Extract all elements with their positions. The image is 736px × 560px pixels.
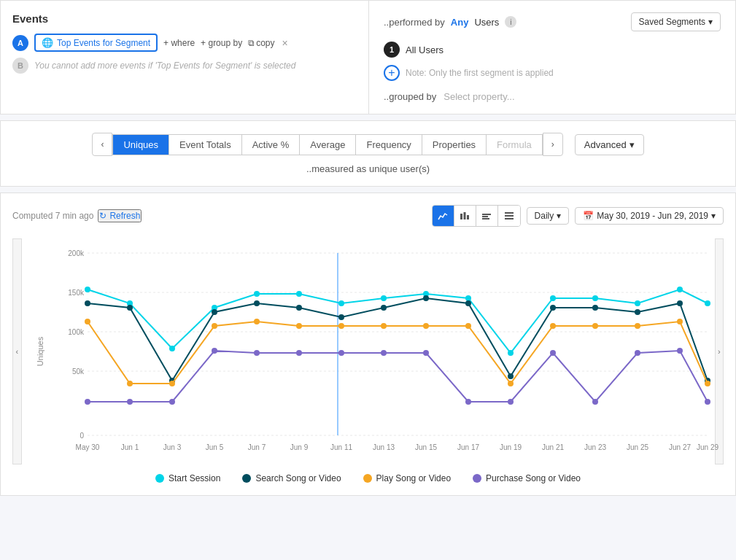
dot xyxy=(508,350,514,356)
event-tag[interactable]: 🌐 Top Events for Segment xyxy=(34,34,158,52)
chart-svg: .grid-line { stroke: #e8e8e8; stroke-wid… xyxy=(58,238,715,464)
dot xyxy=(423,350,429,356)
legend-label-start-session: Start Session xyxy=(168,473,220,483)
svg-rect-6 xyxy=(505,212,514,214)
legend-dot-search-song xyxy=(242,474,251,483)
dot xyxy=(550,295,556,301)
chart-header: Computed 7 min ago ↻ Refresh xyxy=(12,205,724,227)
refresh-button[interactable]: ↻ Refresh xyxy=(98,209,142,222)
dot xyxy=(338,323,344,329)
dot xyxy=(592,305,598,311)
dot xyxy=(592,323,598,329)
dot xyxy=(381,305,387,311)
legend-label-purchase-song: Purchase Song or Video xyxy=(486,473,581,483)
users-link[interactable]: Users xyxy=(474,17,499,28)
event-row-a: A 🌐 Top Events for Segment + where + gro… xyxy=(12,34,357,52)
line-chart-button[interactable] xyxy=(433,206,454,226)
chart-controls: Daily ▾ 📅 May 30, 2019 - Jun 29, 2019 ▾ xyxy=(432,205,724,227)
svg-text:Jun 3: Jun 3 xyxy=(163,443,181,451)
svg-text:Jun 13: Jun 13 xyxy=(372,443,394,451)
events-title: Events xyxy=(12,12,357,25)
dot xyxy=(212,309,217,315)
legend-label-search-song: Search Song or Video xyxy=(255,473,341,483)
any-link[interactable]: Any xyxy=(451,17,469,28)
tab-properties[interactable]: Properties xyxy=(422,135,487,155)
svg-rect-0 xyxy=(460,214,462,219)
metrics-section: ‹ Uniques Event Totals Active % Average … xyxy=(0,120,736,187)
chart-outer: ‹ Uniques .grid-line { stroke: #e8e8e8; … xyxy=(12,238,724,464)
svg-text:Jun 17: Jun 17 xyxy=(457,443,479,451)
svg-text:200k: 200k xyxy=(68,249,85,257)
svg-rect-3 xyxy=(482,214,491,215)
chart-left-arrow[interactable]: ‹ xyxy=(12,238,22,464)
tab-event-totals[interactable]: Event Totals xyxy=(169,135,242,155)
svg-rect-2 xyxy=(467,215,469,219)
svg-text:Jun 19: Jun 19 xyxy=(499,443,521,451)
dot xyxy=(635,309,640,315)
bar-chart-button[interactable] xyxy=(476,206,498,226)
table-view-button[interactable] xyxy=(498,206,520,226)
svg-rect-1 xyxy=(464,212,466,219)
saved-segments-label: Saved Segments xyxy=(639,17,705,27)
dot xyxy=(635,323,640,329)
segment-name: All Users xyxy=(406,44,443,55)
svg-text:Jun 11: Jun 11 xyxy=(330,443,352,451)
chart-section: Computed 7 min ago ↻ Refresh xyxy=(0,192,736,496)
performed-header: ..performed by Any Users i Saved Segment… xyxy=(384,12,721,31)
svg-text:Jun 1: Jun 1 xyxy=(120,443,139,451)
dot xyxy=(169,381,175,386)
copy-button[interactable]: ⧉ copy xyxy=(248,38,274,48)
group-by-button[interactable]: + group by xyxy=(201,38,242,48)
tab-uniques[interactable]: Uniques xyxy=(113,135,169,155)
event-note: You cannot add more events if 'Top Event… xyxy=(34,61,295,71)
dot xyxy=(423,323,429,329)
daily-chevron-icon: ▾ xyxy=(557,211,561,221)
dot xyxy=(677,348,683,354)
saved-segments-chevron-icon: ▾ xyxy=(708,17,713,27)
dot xyxy=(85,399,90,405)
dot xyxy=(381,323,387,329)
dot xyxy=(338,300,344,306)
svg-text:Jun 25: Jun 25 xyxy=(626,443,648,451)
svg-rect-5 xyxy=(482,218,489,219)
chart-right-arrow[interactable]: › xyxy=(715,238,724,464)
legend-item-play-song: Play Song or Video xyxy=(363,473,452,483)
dot xyxy=(254,300,260,306)
computed-text: Computed 7 min ago ↻ Refresh xyxy=(12,209,142,222)
dot xyxy=(508,373,514,379)
close-button[interactable]: × xyxy=(282,37,288,49)
tabs-prev-button[interactable]: ‹ xyxy=(92,133,112,156)
event-row-b: B You cannot add more events if 'Top Eve… xyxy=(12,58,357,74)
add-segment-button[interactable]: + xyxy=(384,65,400,81)
grouped-by-label: ..grouped by xyxy=(384,91,436,102)
legend-item-purchase-song: Purchase Song or Video xyxy=(473,473,581,483)
saved-segments-button[interactable]: Saved Segments ▾ xyxy=(631,12,721,31)
area-chart-button[interactable] xyxy=(454,206,476,226)
select-property-dropdown[interactable]: Select property... xyxy=(443,91,514,102)
tab-average[interactable]: Average xyxy=(300,135,356,155)
daily-button[interactable]: Daily ▾ xyxy=(527,207,570,225)
dot xyxy=(465,399,471,405)
line-purchase-song xyxy=(88,351,708,402)
dot xyxy=(677,300,683,306)
where-button[interactable]: + where xyxy=(163,38,195,48)
tab-active-percent[interactable]: Active % xyxy=(242,135,301,155)
dot xyxy=(550,305,556,311)
advanced-button[interactable]: Advanced ▾ xyxy=(575,134,644,155)
dot xyxy=(169,346,175,351)
info-icon[interactable]: i xyxy=(505,16,516,28)
tabs-next-button[interactable]: › xyxy=(543,133,563,156)
dot xyxy=(296,350,302,356)
svg-text:Jun 9: Jun 9 xyxy=(290,443,308,451)
tab-formula: Formula xyxy=(487,135,542,155)
dot xyxy=(635,350,640,356)
dot xyxy=(550,350,556,356)
dot xyxy=(677,287,683,292)
svg-text:0: 0 xyxy=(80,432,84,440)
date-range-button[interactable]: 📅 May 30, 2019 - Jun 29, 2019 ▾ xyxy=(575,207,724,225)
svg-text:100k: 100k xyxy=(68,328,85,336)
copy-icon: ⧉ xyxy=(248,38,255,48)
dot xyxy=(338,314,344,320)
tab-frequency[interactable]: Frequency xyxy=(356,135,422,155)
dot xyxy=(254,291,260,297)
